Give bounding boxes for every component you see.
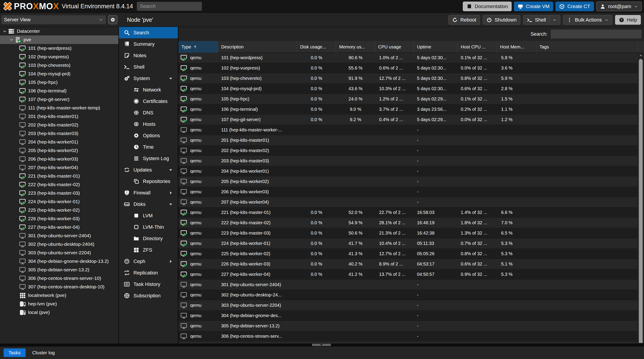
tree-item-hep-lvm-pve[interactable]: hep-lvm (pve) <box>0 300 118 308</box>
table-row-204-hep-k8s-worker01[interactable]: qemu204 (hep-k8s-worker01)- <box>178 166 638 176</box>
table-row-104-hep-mysql-prd[interactable]: qemu104 (hep-mysql-prd)0.0 %43.6 %10.3% … <box>178 84 638 94</box>
tree-item-301-hep-ubuntu-server-2404[interactable]: 301 (hep-ubuntu-server-2404) <box>0 232 118 240</box>
tree-item-202-hep-k8s-master02[interactable]: 202 (hep-k8s-master02) <box>0 121 118 129</box>
table-search-input[interactable] <box>551 30 642 38</box>
nav-item-summary[interactable]: Summary <box>119 38 178 50</box>
tree-item-103-hep-chevereto[interactable]: 103 (hep-chevereto) <box>0 61 118 70</box>
caret-down-icon[interactable] <box>168 202 173 206</box>
column-header-cpu-usage[interactable]: CPU usage <box>375 41 414 53</box>
view-settings-button[interactable] <box>108 15 117 24</box>
table-row-205-hep-k8s-worker02[interactable]: qemu205 (hep-k8s-worker02)- <box>178 176 638 187</box>
tree-item-localnetwork-pve[interactable]: localnetwork (pve) <box>0 291 118 300</box>
table-row-225-hep-k8s-worker-02[interactable]: qemu225 (hep-k8s-worker-02)0.0 %41.3 %12… <box>178 249 638 259</box>
nav-item-dns[interactable]: DNS <box>119 107 178 118</box>
shell-button[interactable]: Shell <box>523 15 560 25</box>
table-row-226-hep-k8s-worker-03[interactable]: qemu226 (hep-k8s-worker-03)0.0 %40.2 %8.… <box>178 259 638 269</box>
table-row-207-hep-k8s-worker04[interactable]: qemu207 (hep-k8s-worker04)- <box>178 197 638 208</box>
tree-item-304-hep-debian-gnome-desktop-13-2[interactable]: 304 (hep-debian-gnome-desktop-13.2) <box>0 257 118 266</box>
scrollbar-thumb[interactable] <box>639 59 643 343</box>
caret-right-icon[interactable] <box>168 259 173 264</box>
nav-item-directory[interactable]: Directory <box>119 233 178 244</box>
bulk-actions-button[interactable]: Bulk Actions <box>563 15 612 25</box>
column-header-host-cpu[interactable]: Host CPU ... <box>458 41 497 53</box>
tree-item-205-hep-k8s-worker02[interactable]: 205 (hep-k8s-worker02) <box>0 146 118 155</box>
create-vm-button[interactable]: Create VM <box>514 2 553 11</box>
tree-item-106-hep-terminal[interactable]: 106 (hep-terminal) <box>0 86 118 95</box>
cluster-log-tab[interactable]: Cluster log <box>32 350 55 356</box>
view-selector[interactable]: Server View <box>1 15 106 24</box>
nav-item-lvm[interactable]: LVM <box>119 210 178 221</box>
tree-item-pve[interactable]: pve <box>0 36 118 44</box>
vertical-scrollbar[interactable] <box>638 53 643 343</box>
nav-item-task-history[interactable]: Task History <box>119 278 178 290</box>
table-row-105-hep-frpc[interactable]: qemu105 (hep-frpc)0.0 %24.0 %1.2% of 2 .… <box>178 94 638 104</box>
table-row-227-hep-k8s-worker-04[interactable]: qemu227 (hep-k8s-worker-04)0.0 %41.2 %13… <box>178 269 638 280</box>
create-ct-button[interactable]: Create CT <box>556 2 594 11</box>
table-row-224-hep-k8s-worker-01[interactable]: qemu224 (hep-k8s-worker-01)0.0 %41.7 %10… <box>178 238 638 249</box>
tree-item-307-hep-centos-stream-desktop-10[interactable]: 307 (hep-centos-stream-desktop-10) <box>0 282 118 291</box>
global-search-input[interactable] <box>137 2 202 11</box>
table-row-307-hep-centos-stream-des[interactable]: qemu307 (hep-centos-stream-des...- <box>178 342 638 344</box>
help-button[interactable]: ?Help <box>615 15 641 25</box>
tree-item-105-hep-frpc[interactable]: 105 (hep-frpc) <box>0 78 118 86</box>
column-header-type[interactable]: Type <box>178 41 218 53</box>
tree-item-225-hep-k8s-worker-02[interactable]: 225 (hep-k8s-worker-02) <box>0 206 118 214</box>
table-row-301-hep-ubuntu-server-2404[interactable]: qemu301 (hep-ubuntu-server-2404)- <box>178 280 638 290</box>
column-header-description[interactable]: Description <box>218 41 297 53</box>
table-row-103-hep-chevereto[interactable]: qemu103 (hep-chevereto)0.0 %91.9 %12.7% … <box>178 73 638 84</box>
nav-item-search[interactable]: Search <box>119 27 178 38</box>
column-header-memory-us[interactable]: Memory us... <box>336 41 375 53</box>
nav-item-hosts[interactable]: Hosts <box>119 118 178 130</box>
column-header-disk-usage[interactable]: Disk usage... <box>297 41 336 53</box>
table-row-222-hep-k8s-master-02[interactable]: qemu222 (hep-k8s-master-02)0.0 %54.9 %28… <box>178 218 638 228</box>
tree-item-204-hep-k8s-worker01[interactable]: 204 (hep-k8s-worker01) <box>0 138 118 146</box>
table-row-206-hep-k8s-worker03[interactable]: qemu206 (hep-k8s-worker03)- <box>178 187 638 197</box>
caret-down-icon[interactable] <box>168 76 173 81</box>
chevron-down-icon[interactable] <box>8 37 14 42</box>
table-row-203-hep-k8s-master03[interactable]: qemu203 (hep-k8s-master03)- <box>178 156 638 166</box>
reboot-button[interactable]: Reboot <box>448 15 480 25</box>
nav-item-ceph[interactable]: Ceph <box>119 256 178 267</box>
tree-item-226-hep-k8s-worker-03[interactable]: 226 (hep-k8s-worker-03) <box>0 214 118 223</box>
scroll-up-icon[interactable] <box>639 54 643 57</box>
tree-item-303-hep-ubuntu-server-2204[interactable]: 303 (hep-ubuntu-server-2204) <box>0 248 118 257</box>
table-row-101-hep-wordpress[interactable]: qemu101 (hep-wordpress)0.0 %90.6 %1.0% o… <box>178 53 638 63</box>
tree-item-302-hep-ubuntu-desktop-2404[interactable]: 302 (hep-ubuntu-desktop-2404) <box>0 240 118 248</box>
tree-item-101-hep-wordpress[interactable]: 101 (hep-wordpress) <box>0 44 118 52</box>
nav-item-options[interactable]: Options <box>119 130 178 141</box>
nav-item-lvm-thin[interactable]: LVM-Thin <box>119 221 178 233</box>
nav-item-shell[interactable]: Shell <box>119 61 178 73</box>
table-row-302-hep-ubuntu-desktop-24[interactable]: qemu302 (hep-ubuntu-desktop-24...- <box>178 290 638 300</box>
nav-item-network[interactable]: Network <box>119 84 178 96</box>
tree-item-221-hep-k8s-master-01[interactable]: 221 (hep-k8s-master-01) <box>0 172 118 180</box>
tree-item-datacenter[interactable]: Datacenter <box>0 27 118 36</box>
shutdown-button[interactable]: Shutdown <box>483 15 520 25</box>
tree-item-201-hep-k8s-master01[interactable]: 201 (hep-k8s-master01) <box>0 112 118 121</box>
nav-item-updates[interactable]: Updates <box>119 164 178 176</box>
tree-item-107-hep-git-server[interactable]: 107 (hep-git-server) <box>0 95 118 104</box>
tree-item-local-pve[interactable]: local (pve) <box>0 308 118 316</box>
root-pam-button[interactable]: root@pam <box>596 2 642 11</box>
table-row-102-hep-vuepress[interactable]: qemu102 (hep-vuepress)0.0 %55.6 %0.6% of… <box>178 63 638 73</box>
nav-item-time[interactable]: Time <box>119 141 178 153</box>
caret-right-icon[interactable] <box>168 190 173 195</box>
nav-item-notes[interactable]: Notes <box>119 50 178 61</box>
table-row-305-hep-debian-server-13-2[interactable]: qemu305 (hep-debian-server-13.2)- <box>178 321 638 331</box>
nav-item-replication[interactable]: Replication <box>119 267 178 278</box>
tree-item-102-hep-vuepress[interactable]: 102 (hep-vuepress) <box>0 52 118 61</box>
table-row-201-hep-k8s-master01[interactable]: qemu201 (hep-k8s-master01)- <box>178 135 638 146</box>
nav-item-firewall[interactable]: Firewall <box>119 187 178 198</box>
nav-item-subscription[interactable]: Subscription <box>119 290 178 301</box>
table-row-304-hep-debian-gnome-des[interactable]: qemu304 (hep-debian-gnome-des...- <box>178 310 638 321</box>
tree-item-306-hep-centos-stream-server-10[interactable]: 306 (hep-centos-stream-server-10) <box>0 274 118 282</box>
documentation-button[interactable]: Documentation <box>463 2 512 11</box>
tree-item-206-hep-k8s-worker03[interactable]: 206 (hep-k8s-worker03) <box>0 155 118 163</box>
tree-item-223-hep-k8s-master-03[interactable]: 223 (hep-k8s-master-03) <box>0 189 118 197</box>
nav-item-system-log[interactable]: System Log <box>119 153 178 164</box>
tree-item-227-hep-k8s-worker-04[interactable]: 227 (hep-k8s-worker-04) <box>0 223 118 232</box>
table-row-221-hep-k8s-master-01[interactable]: qemu221 (hep-k8s-master-01)0.0 %52.0 %22… <box>178 208 638 218</box>
bottom-splitter[interactable] <box>0 344 644 346</box>
table-row-111-hep-k8s-master-worker[interactable]: qemu111 (hep-k8s-master-worker-...- <box>178 125 638 135</box>
nav-item-disks[interactable]: Disks <box>119 198 178 210</box>
tree-item-305-hep-debian-server-13-2[interactable]: 305 (hep-debian-server-13.2) <box>0 266 118 274</box>
